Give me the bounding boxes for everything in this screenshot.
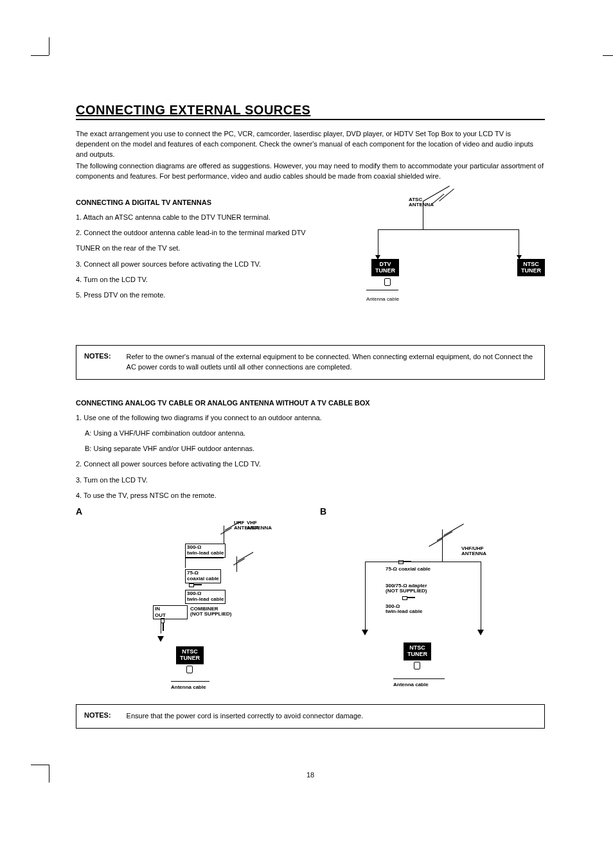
step-2-cont: TUNER on the rear of the TV set. bbox=[76, 244, 339, 252]
page-number: 18 bbox=[76, 771, 545, 779]
antenna-jack-icon bbox=[186, 666, 193, 673]
crop-mark bbox=[49, 37, 49, 55]
connector-icon bbox=[189, 582, 202, 587]
heading-analog-antenna: CONNECTING ANALOG TV CABLE OR ANALOG ANT… bbox=[76, 399, 545, 407]
connector-icon bbox=[398, 559, 411, 564]
label-antenna-cable-a: Antenna cable bbox=[171, 685, 206, 690]
diagram-atsc: ATSC ANTENNA DTV TUNER NTSC TUNER Antenn… bbox=[352, 197, 545, 313]
diagrams-row: A UHF ANTENNA VHF ANTENNA 300-Ω twin-lea… bbox=[76, 506, 545, 700]
label-ntsc-tuner: NTSC TUNER bbox=[517, 259, 545, 277]
label-dtv-tuner: DTV TUNER bbox=[371, 259, 399, 277]
crop-mark bbox=[49, 765, 49, 783]
step-3: 3. Connect all power sources before acti… bbox=[76, 260, 339, 269]
notes-box-2: NOTES: Ensure that the power cord is ins… bbox=[76, 704, 545, 729]
analog-step-1b: B: Using separate VHF and/or UHF outdoor… bbox=[76, 444, 545, 453]
analog-step-1: 1. Use one of the following two diagrams… bbox=[76, 413, 545, 422]
label-twin-b: 300-Ω twin-lead cable bbox=[386, 604, 422, 614]
antenna-jack-icon bbox=[414, 662, 420, 669]
analog-step-1a: A: Using a VHF/UHF combination outdoor a… bbox=[76, 429, 545, 438]
notes-text-2: Ensure that the power cord is inserted c… bbox=[127, 711, 364, 722]
heading-digital-antenna: CONNECTING A DIGITAL TV ANTENNAS bbox=[76, 199, 339, 206]
analog-step-4: 4. To use the TV, press NTSC on the remo… bbox=[76, 491, 545, 500]
diagram-a: UHF ANTENNA VHF ANTENNA 300-Ω twin-lead … bbox=[89, 520, 288, 700]
crop-mark bbox=[31, 765, 49, 765]
label-ntsc-tuner-a: NTSC TUNER bbox=[176, 646, 204, 664]
notes-box-1: NOTES: Refer to the owner's manual of th… bbox=[76, 345, 545, 380]
intro-paragraph-1: The exact arrangement you use to connect… bbox=[76, 129, 545, 160]
label-in: IN bbox=[155, 607, 160, 612]
diagram-letter-b: B bbox=[320, 506, 545, 517]
section-digital-antenna: CONNECTING A DIGITAL TV ANTENNAS 1. Atta… bbox=[76, 195, 545, 313]
label-twin-lead-1: 300-Ω twin-lead cable bbox=[185, 544, 226, 558]
label-atsc-antenna: ATSC ANTENNA bbox=[409, 197, 434, 208]
step-4: 4. Turn on the LCD TV. bbox=[76, 275, 339, 284]
label-coax-75: 75-Ω coaxial cable bbox=[185, 569, 221, 583]
notes-text: Refer to the owner's manual of the exter… bbox=[127, 352, 537, 373]
page-title: CONNECTING EXTERNAL SOURCES bbox=[76, 103, 545, 120]
label-vhfuhf-antenna: VHF/UHF ANTENNA bbox=[461, 546, 486, 556]
notes-label-2: NOTES: bbox=[84, 711, 111, 722]
crop-mark bbox=[603, 55, 613, 56]
diagram-letter-a: A bbox=[76, 506, 301, 517]
antenna-jack-icon bbox=[384, 278, 391, 286]
connector-icon bbox=[161, 618, 166, 631]
step-5: 5. Press DTV on the remote. bbox=[76, 290, 339, 299]
label-combiner: COMBINER (NOT SUPPLIED) bbox=[190, 607, 231, 617]
label-antenna-cable: Antenna cable bbox=[366, 296, 399, 302]
step-2: 2. Connect the outdoor antenna cable lea… bbox=[76, 228, 339, 237]
label-twin-lead-2: 300-Ω twin-lead cable bbox=[185, 590, 226, 604]
analog-step-2: 2. Connect all power sources before acti… bbox=[76, 459, 545, 468]
label-ntsc-tuner-b: NTSC TUNER bbox=[404, 642, 431, 660]
label-coax-b: 75-Ω coaxial cable bbox=[386, 567, 431, 572]
analog-step-3: 3. Turn on the LCD TV. bbox=[76, 475, 545, 484]
label-adapter: 300/75-Ω adapter (NOT SUPPLIED) bbox=[386, 583, 427, 594]
intro-block: The exact arrangement you use to connect… bbox=[76, 129, 545, 182]
step-1: 1. Attach an ATSC antenna cable to the D… bbox=[76, 213, 339, 222]
diagram-b: VHF/UHF ANTENNA 75-Ω coaxial cable 300/7… bbox=[326, 520, 526, 700]
label-vhf-antenna: VHF ANTENNA bbox=[247, 520, 272, 531]
crop-mark bbox=[31, 55, 49, 56]
notes-label: NOTES: bbox=[84, 352, 111, 373]
label-antenna-cable-b: Antenna cable bbox=[393, 682, 429, 687]
connector-icon bbox=[402, 595, 415, 600]
page-content: CONNECTING EXTERNAL SOURCES The exact ar… bbox=[76, 103, 545, 748]
intro-paragraph-2: The following connection diagrams are of… bbox=[76, 161, 545, 182]
